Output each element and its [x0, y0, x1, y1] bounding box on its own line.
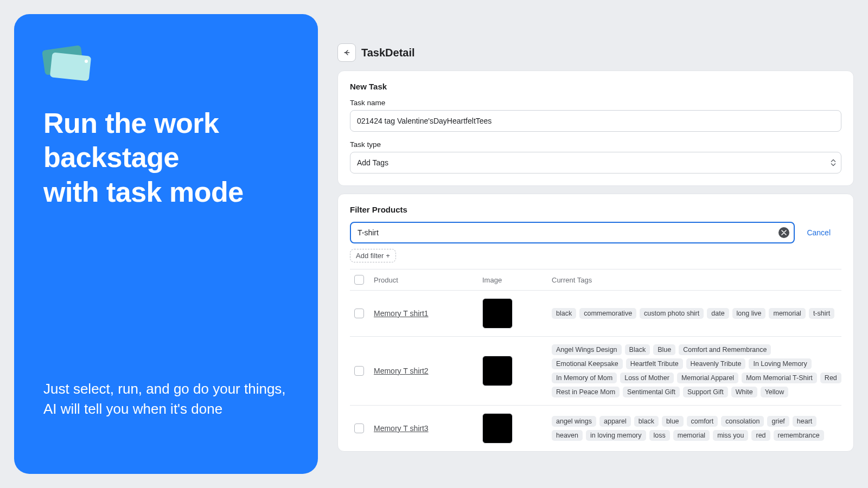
- product-thumbnail: [482, 298, 513, 329]
- tag: Comfort and Remembrance: [679, 344, 771, 355]
- tag: Angel Wings Design: [552, 344, 622, 355]
- tag: comfort: [687, 416, 718, 427]
- select-all-checkbox[interactable]: [354, 275, 364, 285]
- tag: red: [751, 430, 770, 441]
- tag: Heavenly Tribute: [686, 358, 746, 369]
- row-checkbox[interactable]: [354, 366, 364, 376]
- tag: Loss of Mother: [620, 373, 674, 383]
- tag-list: Angel Wings DesignBlackBlueComfort and R…: [552, 344, 841, 397]
- product-search-input[interactable]: [350, 222, 795, 243]
- tag: Mom Memorial T-Shirt: [742, 373, 817, 383]
- page-title: TaskDetail: [361, 47, 415, 59]
- main-column: TaskDetail New Task Task name Task type …: [337, 14, 854, 474]
- product-link[interactable]: Memory T shirt3: [374, 424, 429, 433]
- x-icon: [781, 230, 787, 235]
- task-name-label: Task name: [350, 99, 841, 107]
- add-filter-button[interactable]: Add filter +: [350, 249, 396, 262]
- table-row: Memory T shirt2Angel Wings DesignBlackBl…: [350, 337, 841, 406]
- tag: commemorative: [579, 308, 636, 319]
- tag: Emotional Keepsake: [552, 358, 623, 369]
- cancel-button[interactable]: Cancel: [807, 228, 841, 237]
- promo-panel: Run the work backstage with task mode Ju…: [14, 14, 318, 474]
- filter-products-heading: Filter Products: [350, 205, 841, 214]
- col-tags: Current Tags: [552, 276, 841, 284]
- tag: Rest in Peace Mom: [552, 387, 620, 397]
- col-product: Product: [374, 276, 482, 284]
- products-table: Product Image Current Tags Memory T shir…: [350, 269, 841, 451]
- task-type-label: Task type: [350, 140, 841, 149]
- page-header: TaskDetail: [337, 43, 854, 62]
- tag: Yellow: [761, 387, 789, 397]
- select-chevron-icon: [831, 159, 836, 166]
- clear-search-icon[interactable]: [778, 227, 789, 238]
- tag: in loving memory: [586, 430, 646, 441]
- tag: loss: [649, 430, 670, 441]
- product-thumbnail: [482, 413, 513, 444]
- tag: consolation: [721, 416, 764, 427]
- plus-icon: +: [386, 252, 390, 260]
- tag: t-shirt: [809, 308, 834, 319]
- logo: [43, 47, 289, 79]
- tag: Sentimental Gift: [623, 387, 680, 397]
- row-checkbox[interactable]: [354, 423, 364, 433]
- tag: Red: [820, 373, 841, 383]
- tag-list: blackcommemorativecustom photo shirtdate…: [552, 308, 841, 319]
- row-checkbox[interactable]: [354, 309, 364, 318]
- tag: black: [552, 308, 576, 319]
- tag: date: [707, 308, 729, 319]
- tag: Support Gift: [683, 387, 728, 397]
- filter-products-card: Filter Products Cancel Add filter + Prod…: [337, 194, 854, 452]
- cards-icon: [43, 47, 92, 79]
- task-type-select[interactable]: [350, 152, 841, 174]
- tag: memorial: [673, 430, 710, 441]
- table-header: Product Image Current Tags: [350, 269, 841, 291]
- table-row: Memory T shirt3angel wingsapparelblackbl…: [350, 406, 841, 451]
- table-row: Memory T shirt1blackcommemorativecustom …: [350, 291, 841, 337]
- tag: black: [634, 416, 659, 427]
- tag: Memorial Apparel: [677, 373, 738, 383]
- tag: White: [731, 387, 757, 397]
- tag: In Loving Memory: [749, 358, 811, 369]
- tag: In Memory of Mom: [552, 373, 617, 383]
- tag: apparel: [599, 416, 631, 427]
- tag: long live: [732, 308, 766, 319]
- tag: custom photo shirt: [640, 308, 704, 319]
- tag: Heartfelt Tribute: [626, 358, 683, 369]
- product-thumbnail: [482, 356, 513, 386]
- tag: memorial: [769, 308, 805, 319]
- product-link[interactable]: Memory T shirt2: [374, 367, 429, 375]
- add-filter-label: Add filter: [356, 252, 384, 260]
- tag: remembrance: [774, 430, 824, 441]
- tag: Black: [625, 344, 650, 355]
- promo-headline: Run the work backstage with task mode: [43, 106, 289, 209]
- task-name-input[interactable]: [350, 110, 841, 132]
- tag: blue: [662, 416, 684, 427]
- tag: miss you: [713, 430, 748, 441]
- arrow-left-icon: [342, 48, 351, 57]
- product-link[interactable]: Memory T shirt1: [374, 309, 429, 318]
- tag: angel wings: [552, 416, 596, 427]
- tag: heaven: [552, 430, 583, 441]
- tag: heart: [793, 416, 817, 427]
- promo-subtext: Just select, run, and go do your things,…: [43, 379, 289, 420]
- tag: Blue: [653, 344, 675, 355]
- new-task-card: New Task Task name Task type: [337, 70, 854, 186]
- col-image: Image: [482, 276, 552, 284]
- tag: grief: [767, 416, 789, 427]
- tag-list: angel wingsapparelblackbluecomfortconsol…: [552, 416, 841, 441]
- back-button[interactable]: [337, 43, 356, 62]
- new-task-heading: New Task: [350, 82, 841, 91]
